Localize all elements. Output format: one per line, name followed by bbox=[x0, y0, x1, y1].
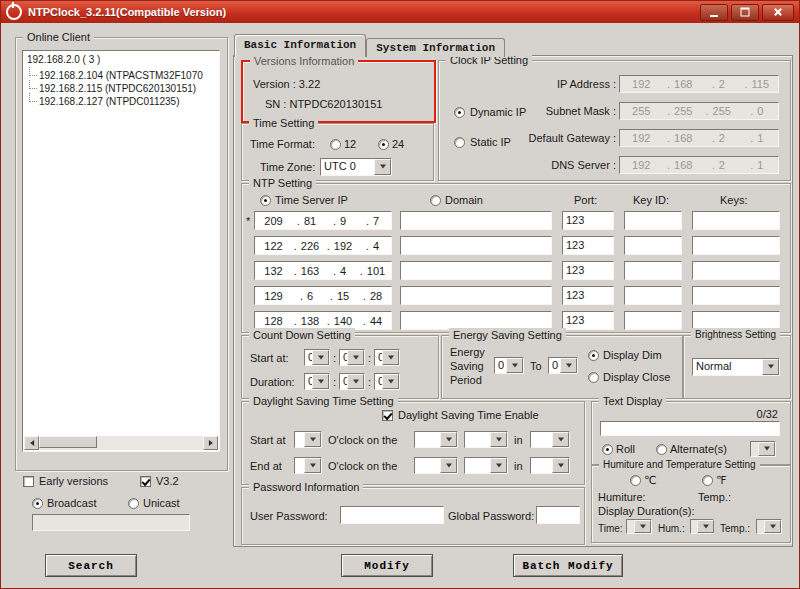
duration-second-select[interactable]: 0 bbox=[374, 373, 400, 390]
ip-octet: 168 bbox=[661, 132, 700, 144]
time-zone-select[interactable]: UTC 0 bbox=[320, 158, 392, 176]
client-list-item[interactable]: 192.168.2.115 (NTPDC620130151) bbox=[25, 80, 196, 94]
unicast-address-field[interactable] bbox=[32, 514, 190, 531]
chevron-down-icon bbox=[347, 350, 364, 365]
unicast-radio[interactable] bbox=[128, 498, 139, 509]
energy-from-select[interactable]: 0 bbox=[494, 357, 524, 374]
scrollbar-thumb[interactable] bbox=[39, 436, 97, 448]
ip-address-field[interactable]: 1921682115 bbox=[619, 75, 779, 93]
display-dim-radio[interactable] bbox=[588, 350, 599, 361]
dst-end-week-select[interactable] bbox=[414, 457, 458, 474]
display-duration-label: Display Duration(s): bbox=[598, 505, 695, 518]
roll-radio[interactable] bbox=[602, 444, 613, 455]
close-button[interactable] bbox=[762, 4, 794, 21]
ntp-port-input-4[interactable]: 123 bbox=[562, 286, 614, 305]
client-list[interactable]: 192.168.2.0 ( 3 ) 192.168.2.104 (NTPACST… bbox=[22, 50, 220, 452]
group-title: Time Setting bbox=[249, 116, 318, 130]
hum-duration-select[interactable] bbox=[690, 519, 714, 534]
ntp-port-input-1[interactable]: 123 bbox=[562, 211, 614, 230]
dst-start-month-select[interactable] bbox=[530, 431, 570, 448]
duration-second-value: 0 bbox=[375, 374, 382, 389]
celsius-radio[interactable] bbox=[630, 475, 641, 486]
subnet-mask-field[interactable]: 2552552550 bbox=[619, 102, 779, 120]
window-titlebar[interactable]: NTPClock_3.2.11(Compatible Version) bbox=[1, 1, 799, 23]
temp-duration-select[interactable] bbox=[756, 519, 782, 534]
maximize-button[interactable] bbox=[731, 4, 759, 21]
early-versions-checkbox[interactable] bbox=[23, 476, 34, 487]
ntp-port-input-5[interactable]: 123 bbox=[562, 311, 614, 330]
tab-basic-information[interactable]: Basic Information bbox=[234, 34, 366, 57]
scrollbar-track[interactable] bbox=[39, 436, 203, 450]
ntp-server-ip-input-1[interactable]: 2098197 bbox=[254, 211, 392, 230]
dst-enable-checkbox[interactable] bbox=[382, 410, 393, 421]
energy-label-line2: Saving bbox=[450, 360, 484, 373]
client-list-item[interactable]: 192.168.2.104 (NTPACSTM32F1070 bbox=[25, 67, 203, 81]
scroll-right-icon[interactable] bbox=[203, 436, 218, 450]
user-password-input[interactable] bbox=[340, 506, 444, 524]
ntp-port-input-3[interactable]: 123 bbox=[562, 261, 614, 280]
time-duration-select[interactable] bbox=[626, 519, 652, 534]
ntp-domain-input-3[interactable] bbox=[400, 261, 552, 280]
start-minute-select[interactable]: 0 bbox=[339, 349, 365, 366]
ntp-keys-input-3[interactable] bbox=[692, 261, 780, 280]
dst-start-day-select[interactable] bbox=[464, 431, 508, 448]
dst-end-hour-select[interactable] bbox=[294, 457, 322, 474]
duration-label: Duration: bbox=[250, 376, 295, 389]
start-second-select[interactable]: 0 bbox=[374, 349, 400, 366]
global-password-input[interactable] bbox=[536, 506, 580, 524]
broadcast-radio[interactable] bbox=[32, 498, 43, 509]
dst-start-hour-select[interactable] bbox=[294, 431, 322, 448]
client-list-item[interactable]: 192.168.2.127 (NTPDC011235) bbox=[25, 93, 179, 107]
static-ip-radio[interactable] bbox=[454, 137, 465, 148]
group-title: Text Display bbox=[599, 394, 666, 408]
tab-system-information[interactable]: System Information bbox=[366, 38, 505, 57]
ntp-keys-input-4[interactable] bbox=[692, 286, 780, 305]
start-hour-select[interactable]: 0 bbox=[304, 349, 330, 366]
ntp-keyid-input-3[interactable] bbox=[624, 261, 682, 280]
alternate-seconds-select[interactable] bbox=[750, 441, 776, 457]
dst-end-month-select[interactable] bbox=[530, 457, 570, 474]
ntp-domain-input-1[interactable] bbox=[400, 211, 552, 230]
format-24-radio[interactable] bbox=[378, 139, 389, 150]
ntp-keyid-input-4[interactable] bbox=[624, 286, 682, 305]
ntp-keyid-input-5[interactable] bbox=[624, 311, 682, 330]
search-button[interactable]: Search bbox=[45, 554, 137, 577]
default-gateway-field[interactable]: 19216821 bbox=[619, 129, 779, 147]
alternate-radio[interactable] bbox=[656, 444, 667, 455]
ntp-keys-input-2[interactable] bbox=[692, 236, 780, 255]
brightness-select[interactable]: Normal bbox=[692, 358, 780, 376]
energy-to-label: To bbox=[530, 360, 542, 373]
modify-button[interactable]: Modify bbox=[341, 554, 433, 577]
ntp-domain-input-2[interactable] bbox=[400, 236, 552, 255]
ntp-domain-input-4[interactable] bbox=[400, 286, 552, 305]
duration-hour-select[interactable]: 0 bbox=[304, 373, 330, 390]
dns-server-field[interactable]: 19216821 bbox=[619, 156, 779, 174]
duration-minute-select[interactable]: 0 bbox=[339, 373, 365, 390]
start-minute-value: 0 bbox=[340, 350, 347, 365]
format-12-radio[interactable] bbox=[330, 139, 341, 150]
energy-to-select[interactable]: 0 bbox=[548, 357, 578, 374]
ntp-port-input-2[interactable]: 123 bbox=[562, 236, 614, 255]
dst-end-day-select[interactable] bbox=[464, 457, 508, 474]
display-close-radio[interactable] bbox=[588, 372, 599, 383]
minimize-button[interactable] bbox=[700, 4, 728, 21]
ntp-server-ip-input-3[interactable]: 1321634101 bbox=[254, 261, 392, 280]
ntp-server-ip-input-2[interactable]: 1222261924 bbox=[254, 236, 392, 255]
ntp-keys-input-1[interactable] bbox=[692, 211, 780, 230]
scroll-left-icon[interactable] bbox=[24, 436, 39, 450]
dst-start-week-select[interactable] bbox=[414, 431, 458, 448]
v32-checkbox[interactable] bbox=[140, 476, 151, 487]
batch-modify-button[interactable]: Batch Modify bbox=[513, 554, 623, 577]
time-server-ip-radio[interactable] bbox=[260, 195, 271, 206]
time-separator: : bbox=[368, 352, 371, 365]
dynamic-ip-radio[interactable] bbox=[454, 107, 465, 118]
fahrenheit-radio[interactable] bbox=[702, 475, 713, 486]
ntp-server-ip-input-4[interactable]: 12961528 bbox=[254, 286, 392, 305]
display-text-input[interactable] bbox=[600, 421, 780, 436]
ntp-keyid-input-2[interactable] bbox=[624, 236, 682, 255]
chevron-down-icon bbox=[758, 442, 775, 456]
tree-root-item[interactable]: 192.168.2.0 ( 3 ) bbox=[27, 54, 100, 65]
domain-radio[interactable] bbox=[430, 195, 441, 206]
client-list-hscrollbar[interactable] bbox=[24, 436, 218, 450]
ntp-keyid-input-1[interactable] bbox=[624, 211, 682, 230]
